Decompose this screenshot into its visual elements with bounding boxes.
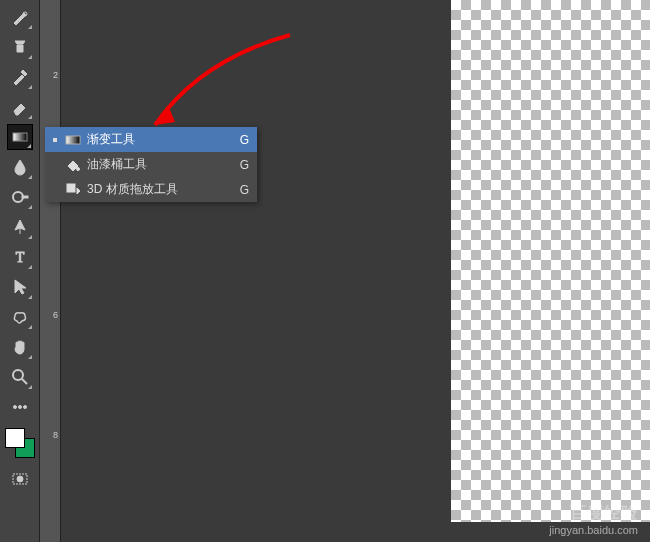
gradient-tool-flyout: 渐变工具 G 油漆桶工具 G 3D 材质拖放工具 G <box>45 127 257 202</box>
shape-tool[interactable] <box>7 304 33 330</box>
vertical-ruler: 2 4 6 8 <box>40 0 61 542</box>
gradient-tool[interactable] <box>7 124 33 150</box>
clone-stamp-tool[interactable] <box>7 34 33 60</box>
watermark: 百度经验 jingyan.baidu.com <box>549 503 638 536</box>
svg-point-11 <box>17 476 23 482</box>
flyout-item-gradient[interactable]: 渐变工具 G <box>45 127 257 152</box>
zoom-tool[interactable] <box>7 364 33 390</box>
flyout-shortcut: G <box>235 133 249 147</box>
flyout-shortcut: G <box>235 183 249 197</box>
flyout-label: 渐变工具 <box>87 131 235 148</box>
hand-tool[interactable] <box>7 334 33 360</box>
path-selection-tool[interactable] <box>7 274 33 300</box>
history-brush-tool[interactable] <box>7 64 33 90</box>
pen-tool[interactable] <box>7 214 33 240</box>
quick-mask-toggle[interactable] <box>7 466 33 492</box>
tool-toolbar: T <box>0 0 40 542</box>
svg-point-7 <box>13 406 16 409</box>
gradient-icon <box>63 132 83 148</box>
selection-dot-icon <box>51 138 59 142</box>
svg-rect-12 <box>66 136 80 144</box>
healing-brush-tool[interactable] <box>7 4 33 30</box>
svg-rect-14 <box>67 184 75 192</box>
svg-rect-1 <box>13 133 27 141</box>
flyout-shortcut: G <box>235 158 249 172</box>
svg-rect-3 <box>22 196 28 198</box>
flyout-item-3d-material[interactable]: 3D 材质拖放工具 G <box>45 177 257 202</box>
flyout-item-paint-bucket[interactable]: 油漆桶工具 G <box>45 152 257 177</box>
material-drop-icon <box>63 182 83 198</box>
svg-point-13 <box>77 167 80 170</box>
flyout-label: 3D 材质拖放工具 <box>87 181 235 198</box>
ruler-tick: 8 <box>53 430 58 440</box>
foreground-swatch[interactable] <box>5 428 25 448</box>
eraser-tool[interactable] <box>7 94 33 120</box>
watermark-url: jingyan.baidu.com <box>549 524 638 536</box>
dodge-tool[interactable] <box>7 184 33 210</box>
ruler-tick: 2 <box>53 70 58 80</box>
edit-toolbar[interactable] <box>7 394 33 420</box>
app-root: T 2 4 6 8 渐变工具 G 油漆桶工具 G <box>0 0 650 542</box>
svg-text:T: T <box>15 250 24 265</box>
flyout-label: 油漆桶工具 <box>87 156 235 173</box>
ruler-tick: 6 <box>53 310 58 320</box>
svg-point-5 <box>13 370 23 380</box>
color-swatches[interactable] <box>5 428 35 458</box>
canvas-area[interactable] <box>61 0 650 542</box>
transparent-canvas[interactable] <box>451 0 650 522</box>
type-tool[interactable]: T <box>7 244 33 270</box>
svg-line-6 <box>22 379 27 384</box>
blur-tool[interactable] <box>7 154 33 180</box>
svg-point-8 <box>18 406 21 409</box>
watermark-title: 百度经验 <box>549 503 638 524</box>
paint-bucket-icon <box>63 157 83 173</box>
svg-point-9 <box>23 406 26 409</box>
